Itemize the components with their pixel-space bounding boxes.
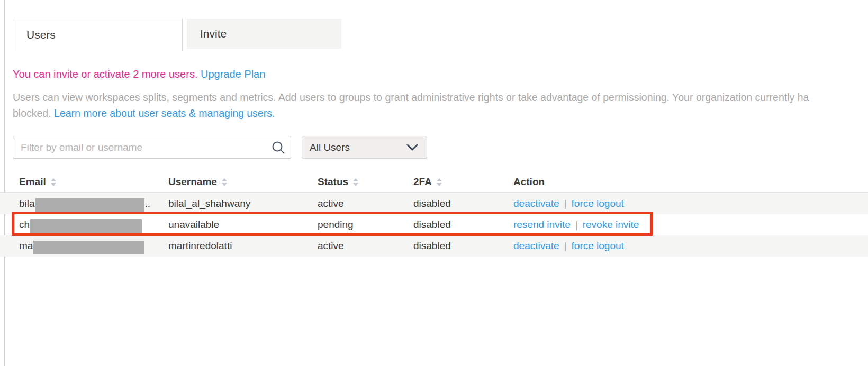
tab-users[interactable]: Users bbox=[13, 19, 183, 51]
resend-invite-link[interactable]: resend invite bbox=[513, 219, 571, 231]
action-cell: deactivate | force logout bbox=[513, 235, 624, 257]
deactivate-link[interactable]: deactivate bbox=[513, 198, 559, 209]
user-filter-dropdown[interactable]: All Users bbox=[302, 136, 427, 159]
column-header-2fa-label: 2FA bbox=[413, 176, 432, 188]
column-header-action-label: Action bbox=[513, 176, 545, 188]
chevron-down-icon bbox=[406, 144, 418, 151]
twofa-cell: disabled bbox=[413, 193, 451, 214]
action-separator: | bbox=[564, 240, 567, 252]
tab-invite-label: Invite bbox=[200, 28, 227, 40]
column-header-status-label: Status bbox=[318, 176, 348, 188]
filter-input-wrap bbox=[13, 136, 291, 159]
column-header-email[interactable]: Email bbox=[19, 172, 56, 192]
force-logout-link[interactable]: force logout bbox=[572, 198, 624, 209]
tab-users-label: Users bbox=[26, 29, 56, 41]
seat-limit-notice: You can invite or activate 2 more users.… bbox=[13, 68, 265, 81]
action-cell: deactivate | force logout bbox=[513, 193, 624, 214]
revoke-invite-link[interactable]: revoke invite bbox=[583, 219, 639, 231]
table-row: ma martinredolatti active disabled deact… bbox=[0, 235, 868, 257]
column-header-action: Action bbox=[513, 172, 545, 192]
column-header-status[interactable]: Status bbox=[318, 172, 358, 192]
username-cell: unavailable bbox=[168, 214, 219, 235]
email-ellipsis: .. bbox=[145, 198, 151, 209]
table-row-highlighted: ch unavailable pending disabled resend i… bbox=[0, 214, 868, 235]
user-administration-page: Users Invite You can invite or activate … bbox=[0, 0, 868, 366]
sort-icon[interactable] bbox=[222, 178, 227, 186]
action-separator: | bbox=[564, 198, 567, 209]
learn-more-link[interactable]: Learn more about user seats & managing u… bbox=[54, 107, 275, 119]
description-line2-text: blocked. bbox=[13, 107, 51, 119]
action-cell: resend invite | revoke invite bbox=[513, 214, 639, 235]
sort-icon[interactable] bbox=[437, 178, 442, 186]
column-header-username-label: Username bbox=[168, 176, 217, 188]
twofa-cell: disabled bbox=[413, 214, 451, 235]
email-visible-text: ma bbox=[19, 240, 33, 252]
description-line2: blocked. Learn more about user seats & m… bbox=[13, 105, 868, 121]
filter-input[interactable] bbox=[13, 136, 291, 159]
description-paragraph: Users can view workspaces splits, segmen… bbox=[13, 89, 868, 121]
email-visible-text: ch bbox=[19, 219, 30, 231]
upgrade-plan-link[interactable]: Upgrade Plan bbox=[201, 68, 265, 80]
column-header-email-label: Email bbox=[19, 176, 46, 188]
twofa-cell: disabled bbox=[413, 235, 451, 257]
username-cell: martinredolatti bbox=[168, 235, 232, 257]
table-row: bila .. bilal_al_shahwany active disable… bbox=[0, 193, 868, 214]
email-cell: ma bbox=[19, 235, 144, 257]
status-cell: active bbox=[318, 235, 344, 257]
redaction-block bbox=[30, 219, 142, 233]
action-separator: | bbox=[575, 219, 578, 231]
redaction-block bbox=[33, 241, 144, 254]
status-cell: active bbox=[318, 193, 344, 214]
user-filter-dropdown-value: All Users bbox=[310, 142, 350, 153]
search-icon bbox=[271, 140, 286, 155]
tab-invite[interactable]: Invite bbox=[187, 19, 341, 49]
deactivate-link[interactable]: deactivate bbox=[513, 240, 559, 252]
column-header-2fa[interactable]: 2FA bbox=[413, 172, 442, 192]
sort-icon[interactable] bbox=[353, 178, 358, 186]
status-cell: pending bbox=[318, 214, 354, 235]
email-cell: ch bbox=[19, 214, 142, 235]
redaction-block bbox=[35, 198, 144, 212]
email-cell: bila .. bbox=[19, 193, 150, 214]
seat-limit-message: You can invite or activate 2 more users. bbox=[13, 68, 197, 80]
users-table: Email Username Status 2FA Action bila bbox=[0, 172, 868, 257]
column-header-username[interactable]: Username bbox=[168, 172, 227, 192]
username-cell: bilal_al_shahwany bbox=[168, 193, 250, 214]
sort-icon[interactable] bbox=[51, 178, 56, 186]
email-visible-text: bila bbox=[19, 198, 35, 209]
description-line1: Users can view workspaces splits, segmen… bbox=[13, 89, 868, 105]
table-header-row: Email Username Status 2FA Action bbox=[0, 172, 868, 193]
force-logout-link[interactable]: force logout bbox=[572, 240, 624, 252]
